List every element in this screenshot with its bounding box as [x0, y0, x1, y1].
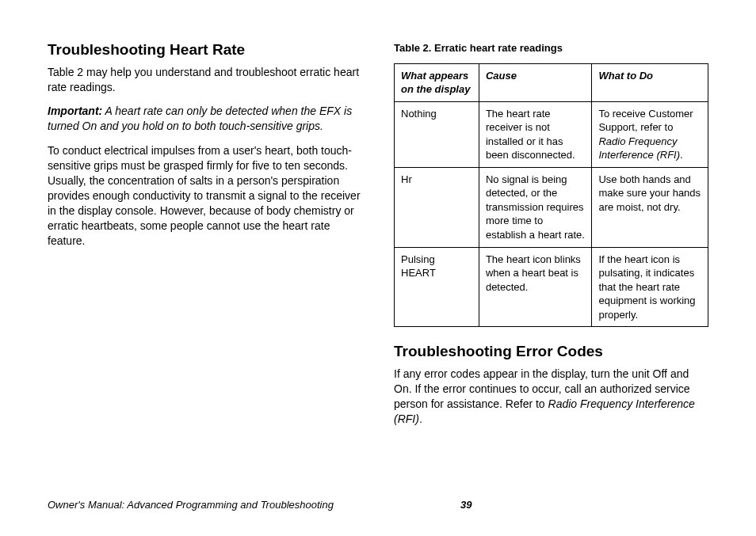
section-error-codes: Troubleshooting Error Codes If any error… [394, 341, 708, 426]
document-page: Troubleshooting Heart Rate Table 2 may h… [0, 0, 756, 536]
table-caption: Table 2. Erratic heart rate readings [394, 41, 708, 55]
paragraph-important: Important: A heart rate can only be dete… [48, 104, 362, 134]
cell-action: Use both hands and make sure your hands … [592, 167, 708, 247]
cell-cause: No signal is being detected, or the tran… [479, 167, 592, 247]
footer-title: Owner's Manual: Advanced Programming and… [48, 498, 334, 512]
paragraph-intro: Table 2 may help you understand and trou… [48, 65, 362, 95]
cell-action: If the heart icon is pulsating, it indic… [592, 247, 708, 327]
paragraph-error-codes: If any error codes appear in the display… [394, 367, 708, 427]
error-text-post: . [419, 412, 422, 425]
cell-display: Hr [395, 167, 479, 247]
col-header-action: What to Do [592, 63, 708, 101]
important-label: Important: [48, 105, 102, 117]
col-header-cause: Cause [479, 63, 592, 101]
footer-page-number: 39 [460, 498, 472, 512]
action-text: Use both hands and make sure your hands … [598, 173, 701, 213]
cell-display: Pulsing HEART [395, 247, 479, 327]
action-text: If the heart icon is pulsating, it indic… [598, 253, 695, 321]
table-row: Nothing The heart rate receiver is not i… [395, 101, 708, 167]
cell-display: Nothing [395, 101, 479, 167]
right-column: Table 2. Erratic heart rate readings Wha… [394, 40, 708, 482]
table-row: Pulsing HEART The heart icon blinks when… [395, 247, 708, 327]
col-header-display: What appears on the display [395, 63, 479, 101]
table-header-row: What appears on the display Cause What t… [395, 63, 708, 101]
troubleshooting-table: What appears on the display Cause What t… [394, 63, 708, 328]
heading-error-codes: Troubleshooting Error Codes [394, 341, 708, 362]
cell-cause: The heart icon blinks when a heart beat … [479, 247, 592, 327]
table-row: Hr No signal is being detected, or the t… [395, 167, 708, 247]
cell-action: To receive Customer Support, refer to Ra… [592, 101, 708, 167]
left-column: Troubleshooting Heart Rate Table 2 may h… [48, 40, 362, 482]
two-column-layout: Troubleshooting Heart Rate Table 2 may h… [48, 40, 708, 482]
page-footer: Owner's Manual: Advanced Programming and… [48, 498, 708, 512]
paragraph-details: To conduct electrical impulses from a us… [48, 143, 362, 248]
action-text: To receive Customer Support, refer to [598, 108, 693, 134]
rfi-reference: Radio Frequency Interference (RFI) [598, 135, 680, 162]
cell-cause: The heart rate receiver is not installed… [479, 101, 592, 167]
action-text-post: . [680, 149, 683, 161]
heading-heart-rate: Troubleshooting Heart Rate [48, 40, 362, 60]
